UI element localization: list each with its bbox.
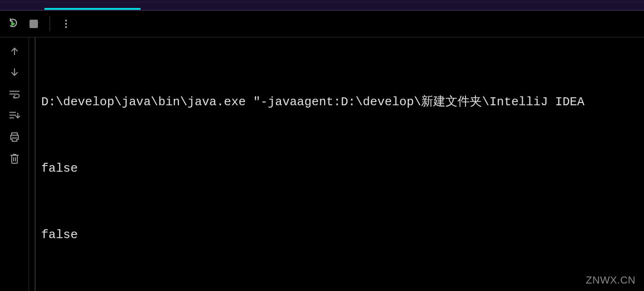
console-output[interactable]: D:\develop\java\bin\java.exe "-javaagent… bbox=[36, 37, 644, 291]
svg-rect-0 bbox=[30, 20, 38, 28]
console-main-area: D:\develop\java\bin\java.exe "-javaagent… bbox=[0, 37, 644, 291]
svg-point-2 bbox=[65, 23, 67, 25]
console-toolbar bbox=[0, 11, 644, 37]
watermark-text: ZNWX.CN bbox=[586, 274, 636, 286]
up-arrow-icon[interactable] bbox=[8, 45, 21, 57]
active-tab-indicator bbox=[44, 8, 141, 10]
console-line: false bbox=[41, 158, 639, 180]
soft-wrap-icon[interactable] bbox=[8, 88, 21, 100]
rerun-icon[interactable] bbox=[8, 18, 20, 29]
console-line: false bbox=[41, 224, 639, 246]
console-tab-area bbox=[0, 2, 644, 11]
svg-point-3 bbox=[65, 26, 67, 28]
scroll-end-icon[interactable] bbox=[8, 109, 21, 122]
console-line: D:\develop\java\bin\java.exe "-javaagent… bbox=[41, 91, 639, 113]
toolbar-divider bbox=[50, 16, 50, 31]
svg-point-1 bbox=[65, 20, 67, 22]
console-vertical-divider bbox=[29, 37, 36, 291]
console-left-gutter bbox=[0, 37, 29, 291]
down-arrow-icon[interactable] bbox=[8, 66, 21, 79]
stop-icon[interactable] bbox=[28, 18, 39, 29]
trash-icon[interactable] bbox=[8, 153, 21, 165]
print-icon[interactable] bbox=[8, 131, 21, 143]
more-icon[interactable] bbox=[60, 18, 72, 29]
